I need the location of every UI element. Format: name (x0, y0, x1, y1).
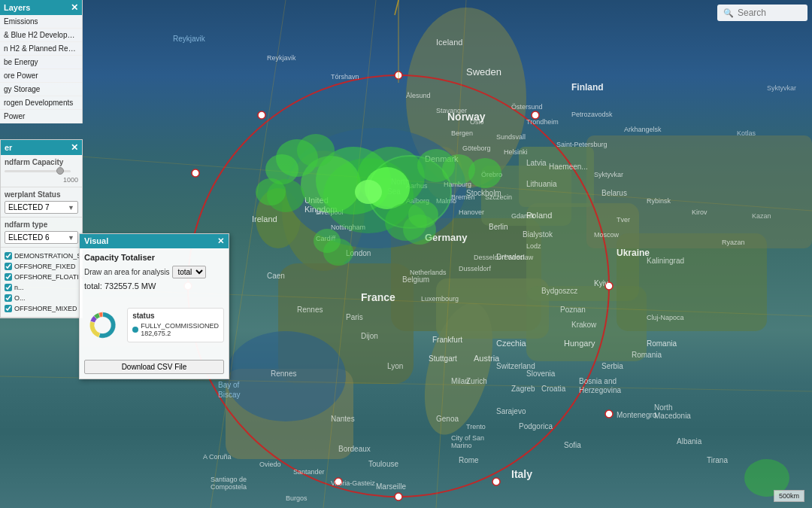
svg-text:Gdansk: Gdansk (511, 212, 535, 220)
windfarm-type-section: ndfarm type ELECTED 6 ▼ (1, 217, 82, 248)
filter-checkbox[interactable] (5, 273, 12, 281)
scale-bar: 500km (774, 490, 804, 502)
svg-point-28 (492, 478, 500, 485)
svg-text:Ireland: Ireland (252, 214, 277, 224)
layer-item[interactable]: ore Power (0, 69, 82, 83)
search-icon: 🔍 (723, 8, 734, 18)
svg-text:Hanover: Hanover (459, 208, 484, 216)
svg-text:Kaliningrad: Kaliningrad (647, 257, 684, 265)
visual-panel: Visual ✕ Capacity Totaliser Draw an area… (79, 233, 229, 379)
svg-text:Reykjavik: Reykjavik (267, 54, 296, 62)
svg-text:Dijon: Dijon (361, 332, 378, 340)
svg-point-175 (468, 158, 501, 188)
svg-text:Switzerland: Switzerland (496, 362, 535, 370)
download-csv-button[interactable]: Download CSV File (84, 360, 224, 374)
layer-item[interactable]: & Blue H2 Developments (0, 29, 82, 42)
svg-text:Vitoria-Gasteiz: Vitoria-Gasteiz (331, 479, 375, 487)
layer-item[interactable]: gy Storage (0, 83, 82, 96)
svg-text:Rybinsk: Rybinsk (647, 197, 671, 205)
svg-text:Trondheim: Trondheim (526, 118, 559, 126)
svg-text:Belgium: Belgium (402, 275, 429, 284)
layer-item[interactable]: Emissions (0, 15, 82, 29)
svg-text:Syktyvkar: Syktyvkar (594, 171, 623, 178)
capacity-slider-value: 1000 (5, 176, 78, 184)
svg-text:Bydgoszcz: Bydgoszcz (541, 287, 577, 295)
svg-text:Cluj-Napoca: Cluj-Napoca (647, 314, 684, 321)
filter-checkbox[interactable] (5, 294, 12, 302)
svg-text:Syktyvkar: Syktyvkar (767, 84, 796, 92)
svg-text:Macedonia: Macedonia (654, 412, 691, 420)
svg-text:Finland: Finland (571, 82, 604, 93)
layer-item[interactable]: rogen Developments (0, 96, 82, 110)
svg-text:Szczecin: Szczecin (485, 193, 512, 201)
svg-text:Petrozavodsk: Petrozavodsk (571, 111, 613, 118)
filter-panel-close[interactable]: ✕ (71, 142, 78, 153)
capacity-totaliser-title: Capacity Totaliser (84, 253, 224, 262)
svg-text:Montenegro: Montenegro (617, 411, 657, 419)
svg-text:Bay of: Bay of (218, 381, 240, 389)
svg-text:Sundsvall: Sundsvall (496, 133, 526, 141)
status-select[interactable]: ELECTED 7 ▼ (5, 201, 78, 214)
visual-panel-close[interactable]: ✕ (217, 236, 224, 246)
svg-text:Tver: Tver (617, 216, 630, 224)
legend-item: FULLY_COMMISSIONED 182,675.2 (132, 322, 219, 337)
layer-item[interactable]: n H2 & Planned Renewables (0, 42, 82, 56)
filter-checkbox-item: OFFSHORE_FIXED (5, 261, 78, 272)
svg-point-21 (395, 493, 402, 500)
svg-text:Podgorica: Podgorica (519, 422, 553, 430)
filter-checkbox-item: O... (5, 293, 78, 303)
svg-text:Santiago de: Santiago de (211, 476, 247, 483)
filter-checkbox[interactable] (5, 263, 12, 270)
status-select-value: ELECTED 7 (8, 203, 49, 211)
windfarm-capacity-section: ndfarm Capacity 1000 (1, 155, 82, 187)
svg-text:Serbia: Serbia (601, 362, 623, 370)
filter-checkbox[interactable] (5, 284, 12, 291)
svg-text:Romania: Romania (647, 339, 677, 348)
filter-checkbox[interactable] (5, 252, 12, 260)
layer-item[interactable]: be Energy (0, 56, 82, 69)
svg-text:Poznan: Poznan (560, 306, 586, 314)
svg-text:Rome: Rome (459, 456, 479, 464)
filter-checkbox-label: n... (14, 284, 24, 291)
svg-text:Croatia: Croatia (541, 385, 566, 393)
filter-checkbox-item: DEMONSTRATION_SITE (5, 251, 78, 261)
svg-text:Paris: Paris (346, 313, 363, 321)
capacity-slider-track[interactable] (5, 170, 71, 172)
svg-text:Desseldorf: Desseldorf (474, 254, 507, 261)
svg-text:France: France (361, 291, 395, 303)
filter-panel-title: er (5, 143, 12, 152)
svg-text:Tirana: Tirana (707, 456, 728, 464)
svg-text:Burgos: Burgos (286, 494, 308, 502)
svg-text:Haemeen...: Haemeen... (549, 163, 588, 171)
svg-text:Oviedo: Oviedo (259, 461, 281, 468)
svg-text:Stavanger: Stavanger (436, 107, 467, 114)
search-bar[interactable]: 🔍 (717, 5, 807, 21)
checkboxes-section: DEMONSTRATION_SITEOFFSHORE_FIXEDOFFSHORE… (1, 248, 82, 318)
svg-text:Marino: Marino (451, 442, 472, 449)
layers-panel-close[interactable]: ✕ (71, 2, 78, 13)
svg-text:Sarajevo: Sarajevo (496, 407, 526, 415)
svg-text:Iceland: Iceland (436, 38, 462, 47)
search-input[interactable] (738, 8, 801, 18)
svg-point-27 (192, 169, 199, 177)
svg-text:Arkhangelsk: Arkhangelsk (624, 126, 662, 133)
svg-text:City of San: City of San (451, 434, 484, 442)
svg-text:Milan: Milan (451, 377, 469, 385)
svg-text:Bergen: Bergen (451, 129, 473, 137)
svg-text:Bosnia and: Bosnia and (579, 377, 617, 385)
svg-text:Kyiv: Kyiv (594, 279, 608, 287)
capacity-slider-thumb[interactable] (56, 167, 64, 175)
svg-text:Albania: Albania (677, 437, 702, 446)
donut-chart (84, 295, 121, 355)
filter-checkbox[interactable] (5, 305, 12, 312)
svg-text:Genoa: Genoa (436, 415, 459, 423)
svg-text:Kazan: Kazan (752, 212, 771, 220)
powerplant-status-label: werplant Status (5, 190, 78, 199)
draw-area-select[interactable]: total (172, 266, 206, 278)
svg-text:Frankfurt: Frankfurt (432, 336, 462, 344)
legend-box: status FULLY_COMMISSIONED 182,675.2 (127, 308, 224, 342)
type-select[interactable]: ELECTED 6 ▼ (5, 231, 78, 244)
svg-text:North: North (654, 403, 672, 412)
svg-text:Bialystok: Bialystok (523, 230, 553, 239)
layer-item[interactable]: Power (0, 110, 82, 123)
